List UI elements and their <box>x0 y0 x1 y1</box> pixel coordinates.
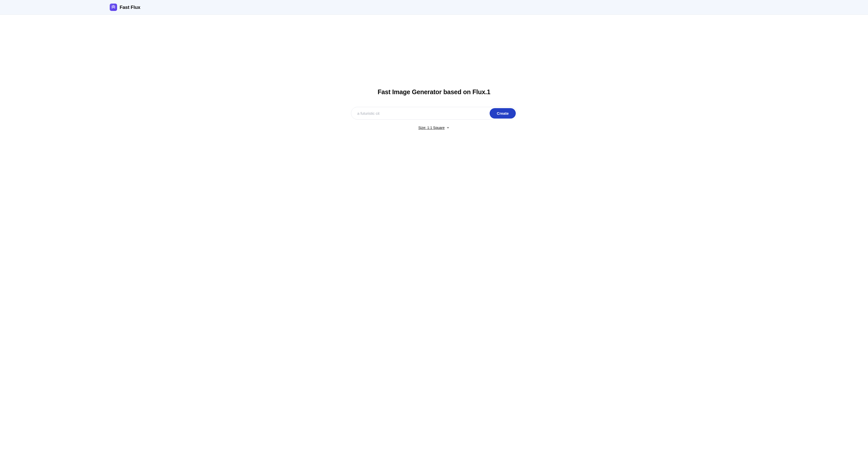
prompt-input-container: Create <box>351 107 517 120</box>
app-name: Fast Flux <box>120 5 141 10</box>
logo-wrapper[interactable]: Fast Flux <box>110 4 141 11</box>
chevron-down-icon <box>446 126 450 129</box>
page-title: Fast Image Generator based on Flux.1 <box>378 88 490 96</box>
create-button[interactable]: Create <box>490 108 516 119</box>
app-header: Fast Flux <box>0 0 868 15</box>
logo-icon <box>110 4 117 11</box>
main-content: Fast Image Generator based on Flux.1 Cre… <box>0 15 868 130</box>
size-selector-label: Size: 1:1 Square <box>418 126 445 130</box>
prompt-input[interactable] <box>357 111 490 116</box>
size-selector[interactable]: Size: 1:1 Square <box>418 126 450 130</box>
